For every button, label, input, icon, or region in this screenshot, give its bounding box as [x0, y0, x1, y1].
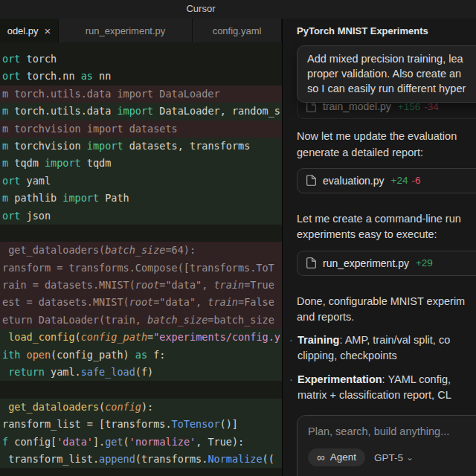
code-line-diff-add: ort json: [0, 208, 282, 225]
code-line-diff-add: f config['data'].get('normalize', True):: [0, 434, 282, 451]
lines-removed-count: -34: [424, 101, 439, 112]
code-line-diff-rem: eturn DataLoader(train, batch_size=batch…: [0, 312, 282, 329]
tab-config-yaml[interactable]: config.yaml: [193, 19, 282, 42]
title-bar: Cursor: [0, 0, 476, 19]
code-line-diff-add: m pathlib import Path: [0, 190, 282, 207]
chat-title: PyTorch MNIST Experiments: [283, 19, 476, 42]
code-line-diff-add: transform_list.append(transforms.Normali…: [0, 451, 282, 468]
code-line-diff-add: ith open(config_path) as f:: [0, 347, 282, 364]
code-line-diff-rem: m torchvision import datasets: [0, 120, 282, 138]
lines-added-count: +156: [398, 101, 420, 112]
code-line-diff-add: load_config(config_path="experiments/con…: [0, 329, 282, 346]
file-icon: [306, 101, 316, 112]
close-icon[interactable]: ×: [45, 25, 51, 36]
code-line-diff-rem: ransform = transforms.Compose([transform…: [0, 260, 282, 277]
assistant-bullet-item: ·Training: AMP, train/val split, coclipp…: [289, 332, 476, 364]
model-label: GPT-5: [374, 452, 403, 463]
code-line: ort torch: [0, 51, 282, 68]
code-line-diff-add: m torch.utils.data import DataLoader, ra…: [0, 103, 282, 120]
tab-label: odel.py: [7, 25, 39, 36]
bullet-dot-icon: ·: [289, 372, 298, 404]
file-name: run_experiment.py: [323, 257, 409, 269]
code-line-diff-add: m tqdm import tqdm: [0, 155, 282, 172]
code-content: ort torchort torch.nn as nnm torch.utils…: [0, 42, 282, 468]
file-icon: [306, 175, 316, 186]
file-icon: [306, 257, 316, 268]
tab-label: config.yaml: [213, 25, 262, 36]
code-line-diff-add: get_dataloaders(config):: [0, 399, 282, 416]
file-chip-evaluation-py[interactable]: evaluation.py+24-6: [297, 168, 476, 193]
file-chip-run_experiment-py[interactable]: run_experiment.py+29: [297, 251, 476, 276]
assistant-message: Done, configurable MNIST experimand repo…: [297, 294, 476, 326]
lines-added-count: +29: [416, 257, 433, 268]
code-line: [0, 381, 282, 398]
code-editor[interactable]: ort torchort torch.nn as nnm torch.utils…: [0, 42, 282, 476]
chevron-down-icon: ⌄: [406, 453, 414, 462]
chat-input[interactable]: Plan, search, build anything... ∞ Agent …: [297, 415, 476, 476]
model-selector[interactable]: GPT-5 ⌄: [374, 452, 414, 463]
app-title: Cursor: [0, 3, 402, 14]
lines-removed-count: -6: [411, 175, 420, 186]
bullet-dot-icon: ·: [289, 332, 298, 364]
user-message-bubble: Add mixed precision training, leaproper …: [297, 45, 476, 103]
lines-added-count: +24: [391, 175, 408, 186]
file-name: evaluation.py: [323, 175, 385, 187]
agent-mode-selector[interactable]: ∞ Agent: [308, 448, 365, 466]
code-line-diff-add: ort yaml: [0, 173, 282, 190]
chat-input-placeholder: Plan, search, build anything...: [308, 425, 476, 437]
code-line-diff-rem: m torch.utils.data import DataLoader: [0, 86, 282, 103]
code-line: ort torch.nn as nn: [0, 68, 282, 85]
assistant-message: Let me create a command-line runexperime…: [297, 211, 476, 243]
chat-panel: PyTorch MNIST Experiments Add mixed prec…: [282, 19, 476, 476]
tab-run_experiment-py[interactable]: run_experiment.py: [59, 19, 193, 42]
tab-odel-py[interactable]: odel.py×: [0, 19, 59, 42]
code-line-diff-rem: rain = datasets.MNIST(root="data", train…: [0, 277, 282, 294]
code-line: [0, 225, 282, 242]
assistant-message: Now let me update the evaluationgenerate…: [297, 129, 476, 161]
code-line-diff-rem: est = datasets.MNIST(root="data", train=…: [0, 294, 282, 311]
agent-mode-label: Agent: [330, 451, 356, 463]
code-line-diff-add: ransform_list = [transforms.ToTensor()]: [0, 416, 282, 433]
tab-label: run_experiment.py: [86, 25, 166, 36]
tab-bar: odel.py×run_experiment.pyconfig.yaml: [0, 19, 282, 42]
code-line-diff-add: m torchvision import datasets, transform…: [0, 138, 282, 155]
infinity-icon: ∞: [317, 451, 325, 463]
code-line-diff-rem: get_dataloaders(batch_size=64):: [0, 242, 282, 259]
assistant-bullet-item: ·Experimentation: YAML config,matrix + c…: [289, 372, 476, 404]
code-line-diff-add: return yaml.safe_load(f): [0, 364, 282, 381]
